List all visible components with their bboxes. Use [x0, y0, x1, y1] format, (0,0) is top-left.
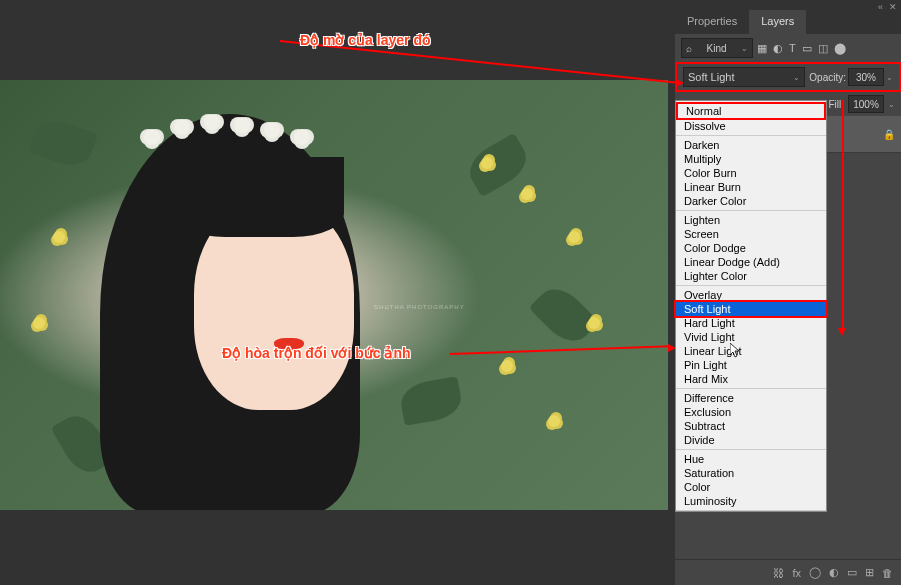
canvas[interactable]: SHUTHA PHOTOGRAPHY [0, 80, 668, 510]
blend-option-soft-light[interactable]: Soft Light [676, 302, 826, 316]
new-layer-icon[interactable]: ⊞ [865, 566, 874, 579]
filter-kind-select[interactable]: ⌕ Kind ⌄ [681, 38, 753, 58]
blend-option-color-dodge[interactable]: Color Dodge [676, 241, 826, 255]
blend-option-exclusion[interactable]: Exclusion [676, 405, 826, 419]
chevron-down-icon[interactable]: ⌄ [886, 73, 893, 82]
filter-pixel-icon[interactable]: ▦ [757, 42, 767, 55]
filter-label: Kind [706, 43, 726, 54]
chevron-down-icon: ⌄ [741, 44, 748, 53]
watermark: SHUTHA PHOTOGRAPHY [374, 304, 465, 310]
filter-smart-icon[interactable]: ◫ [818, 42, 828, 55]
blend-option-vivid-light[interactable]: Vivid Light [676, 330, 826, 344]
search-icon: ⌕ [686, 43, 692, 54]
blend-option-lighter-color[interactable]: Lighter Color [676, 269, 826, 283]
chevron-down-icon[interactable]: ⌄ [888, 100, 895, 109]
fx-icon[interactable]: fx [792, 567, 801, 579]
blend-option-hue[interactable]: Hue [676, 452, 826, 466]
blend-option-difference[interactable]: Difference [676, 391, 826, 405]
lock-icon[interactable]: 🔒 [883, 129, 895, 140]
filter-toggle-icon[interactable]: ⬤ [834, 42, 846, 55]
blend-option-hard-mix[interactable]: Hard Mix [676, 372, 826, 386]
blend-option-normal[interactable]: Normal [678, 104, 824, 118]
annotation-opacity: Độ mờ của layer đó [300, 32, 431, 48]
blend-option-hard-light[interactable]: Hard Light [676, 316, 826, 330]
link-icon[interactable]: ⛓ [773, 567, 784, 579]
blend-mode-dropdown: NormalDissolveDarkenMultiplyColor BurnLi… [675, 100, 827, 512]
blend-option-linear-light[interactable]: Linear Light [676, 344, 826, 358]
adjustment-icon[interactable]: ◐ [829, 566, 839, 579]
photo-document: SHUTHA PHOTOGRAPHY [0, 80, 668, 510]
blend-option-linear-dodge-add-[interactable]: Linear Dodge (Add) [676, 255, 826, 269]
chevron-down-icon: ⌄ [793, 73, 800, 82]
trash-icon[interactable]: 🗑 [882, 567, 893, 579]
filter-type-icon[interactable]: T [789, 42, 796, 54]
blend-option-darker-color[interactable]: Darker Color [676, 194, 826, 208]
blend-option-dissolve[interactable]: Dissolve [676, 119, 826, 133]
blend-option-lighten[interactable]: Lighten [676, 213, 826, 227]
blend-option-color-burn[interactable]: Color Burn [676, 166, 826, 180]
blend-mode-value: Soft Light [688, 71, 734, 83]
annotation-blend: Độ hòa trộn đối với bức ảnh [222, 345, 411, 361]
opacity-label: Opacity: [809, 72, 846, 83]
blend-option-overlay[interactable]: Overlay [676, 288, 826, 302]
mask-icon[interactable]: ◯ [809, 566, 821, 579]
blend-option-divide[interactable]: Divide [676, 433, 826, 447]
blend-option-color[interactable]: Color [676, 480, 826, 494]
opacity-input[interactable]: 30% [848, 68, 884, 86]
blend-mode-select[interactable]: Soft Light ⌄ [683, 67, 805, 87]
blend-option-saturation[interactable]: Saturation [676, 466, 826, 480]
filter-shape-icon[interactable]: ▭ [802, 42, 812, 55]
blend-option-darken[interactable]: Darken [676, 138, 826, 152]
group-icon[interactable]: ▭ [847, 566, 857, 579]
blend-option-multiply[interactable]: Multiply [676, 152, 826, 166]
blend-option-screen[interactable]: Screen [676, 227, 826, 241]
blend-option-luminosity[interactable]: Luminosity [676, 494, 826, 508]
cursor-pointer [730, 343, 744, 362]
blend-option-linear-burn[interactable]: Linear Burn [676, 180, 826, 194]
tab-properties[interactable]: Properties [675, 10, 749, 34]
blend-option-subtract[interactable]: Subtract [676, 419, 826, 433]
tab-layers[interactable]: Layers [749, 10, 806, 34]
blend-option-pin-light[interactable]: Pin Light [676, 358, 826, 372]
fill-input[interactable]: 100% [848, 95, 884, 113]
filter-adjustment-icon[interactable]: ◐ [773, 42, 783, 55]
